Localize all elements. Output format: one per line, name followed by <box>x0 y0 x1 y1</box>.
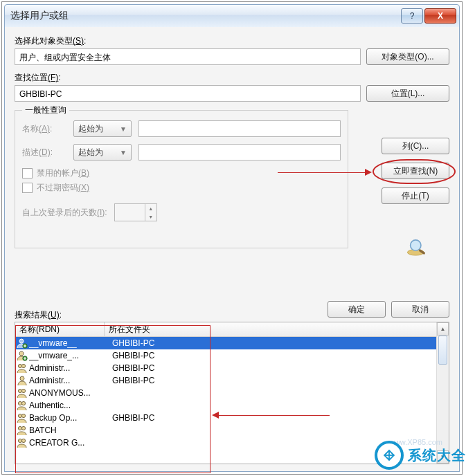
scroll-down-arrow[interactable]: ▼ <box>437 450 449 464</box>
table-row[interactable]: Authentic... <box>15 399 449 412</box>
search-results-list[interactable]: 名称(RDN) 所在文件夹 __vmware__GHBIBI-PC__vmwar… <box>15 322 449 464</box>
user-icon <box>17 375 28 386</box>
location-label: 查找位置(F): <box>15 72 449 84</box>
location-field[interactable]: GHBIBI-PC <box>15 85 361 102</box>
search-decor-icon <box>405 238 429 257</box>
svg-point-19 <box>21 439 25 442</box>
help-button[interactable]: ? <box>401 8 423 24</box>
disabled-accounts-label: 禁用的帐户(B) <box>37 167 89 179</box>
name-label: 名称(A): <box>22 123 73 135</box>
window-title: 选择用户或组 <box>5 10 400 22</box>
svg-point-5 <box>19 351 24 356</box>
svg-point-17 <box>21 426 25 430</box>
close-button[interactable]: X <box>424 8 456 24</box>
result-folder: GHBIBI-PC <box>105 351 449 360</box>
name-input[interactable] <box>138 120 341 137</box>
svg-point-13 <box>21 401 25 405</box>
result-name: ANONYMOUS... <box>29 388 105 398</box>
table-row[interactable]: __vmware_...GHBIBI-PC <box>15 349 449 362</box>
find-now-button[interactable]: 立即查找(N) <box>382 163 449 179</box>
chevron-down-icon: ▼ <box>120 149 127 156</box>
svg-point-3 <box>19 339 24 343</box>
object-type-label: 选择此对象类型(S): <box>15 35 449 47</box>
user-badge-icon <box>17 338 28 349</box>
object-types-button[interactable]: 对象类型(O)... <box>366 48 449 65</box>
chevron-down-icon: ▼ <box>120 125 127 133</box>
result-name: Authentic... <box>29 401 105 410</box>
svg-point-12 <box>18 401 21 405</box>
result-name: __vmware_... <box>29 351 105 360</box>
svg-point-10 <box>18 389 21 392</box>
result-name: BATCH <box>29 425 105 435</box>
name-match-combo[interactable]: 起始为▼ <box>73 120 132 137</box>
table-row[interactable]: Administr...GHBIBI-PC <box>15 362 449 374</box>
svg-point-1 <box>411 240 421 250</box>
table-row[interactable]: ANONYMOUS... <box>15 387 449 399</box>
users-icon <box>17 400 28 411</box>
description-input[interactable] <box>138 144 341 161</box>
result-name: __vmware__ <box>29 338 105 348</box>
search-results-label: 搜索结果(U): <box>15 309 62 321</box>
object-type-field[interactable]: 用户、组或内置安全主体 <box>15 48 361 65</box>
common-queries-group: 一般性查询 名称(A): 起始为▼ 描述(D): 起始为▼ <box>15 110 348 248</box>
table-row[interactable]: __vmware__GHBIBI-PC <box>15 337 449 349</box>
table-row[interactable]: CREATOR G... <box>15 437 449 449</box>
svg-point-8 <box>21 364 25 367</box>
description-label: 描述(D): <box>22 147 73 158</box>
result-name: CREATOR G... <box>29 438 105 448</box>
user-badge-icon <box>17 350 28 361</box>
result-folder: GHBIBI-PC <box>105 363 449 373</box>
days-since-logon-label: 自上次登录后的天数(I): <box>22 207 107 219</box>
users-icon <box>17 412 28 423</box>
users-icon <box>17 387 28 399</box>
columns-button[interactable]: 列(C)... <box>382 138 449 154</box>
svg-point-15 <box>21 414 25 417</box>
result-name: Administr... <box>29 376 105 385</box>
table-row[interactable]: BATCH <box>15 424 449 437</box>
scroll-thumb[interactable] <box>438 336 447 365</box>
users-icon <box>17 425 28 436</box>
locations-button[interactable]: 位置(L)... <box>366 85 449 102</box>
titlebar: 选择用户或组 ? X <box>4 4 460 28</box>
cancel-button[interactable]: 取消 <box>391 301 449 318</box>
svg-point-9 <box>20 376 24 381</box>
result-folder: GHBIBI-PC <box>105 376 449 385</box>
days-since-logon-spinner[interactable]: ▲▼ <box>114 203 157 221</box>
svg-point-11 <box>21 389 25 392</box>
result-name: Backup Op... <box>29 413 105 423</box>
svg-point-14 <box>18 414 21 417</box>
table-row[interactable]: Backup Op...GHBIBI-PC <box>15 412 449 424</box>
dialog-body: 选择此对象类型(S): 用户、组或内置安全主体 对象类型(O)... 查找位置(… <box>4 27 460 472</box>
svg-point-7 <box>18 364 21 367</box>
disabled-accounts-checkbox[interactable] <box>22 168 33 178</box>
scroll-up-arrow[interactable]: ▲ <box>437 322 449 336</box>
ok-button[interactable]: 确定 <box>328 301 386 318</box>
results-header[interactable]: 名称(RDN) 所在文件夹 <box>15 322 449 337</box>
svg-point-18 <box>18 439 21 442</box>
stop-button[interactable]: 停止(T) <box>382 187 449 204</box>
column-name-rdn[interactable]: 名称(RDN) <box>15 322 105 336</box>
description-match-combo[interactable]: 起始为▼ <box>73 144 132 161</box>
nonexpiring-password-label: 不过期密码(X) <box>37 182 89 194</box>
result-folder: GHBIBI-PC <box>105 338 449 348</box>
users-icon <box>17 437 28 448</box>
table-row[interactable]: Administr...GHBIBI-PC <box>15 374 449 387</box>
common-queries-legend: 一般性查询 <box>22 104 69 116</box>
result-name: Administr... <box>29 363 105 373</box>
users-icon <box>17 363 28 374</box>
result-folder: GHBIBI-PC <box>105 413 449 423</box>
results-scrollbar[interactable]: ▲ ▼ <box>436 322 449 464</box>
column-in-folder[interactable]: 所在文件夹 <box>105 322 449 336</box>
nonexpiring-password-checkbox[interactable] <box>22 183 33 193</box>
svg-point-16 <box>18 426 21 430</box>
